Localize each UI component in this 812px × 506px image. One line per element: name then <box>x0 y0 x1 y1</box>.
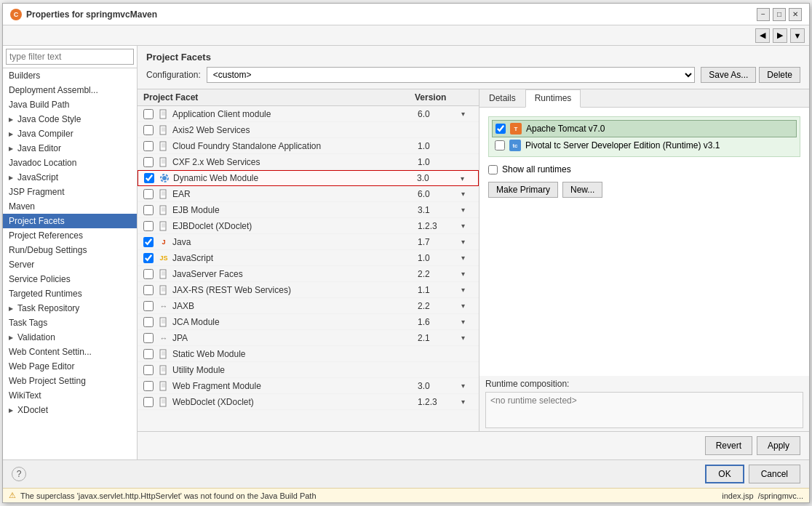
sidebar-item-service-policies[interactable]: Service Policies <box>3 272 137 286</box>
sidebar-item-java-compiler[interactable]: Java Compiler <box>3 126 137 141</box>
sidebar-item-java-editor[interactable]: Java Editor <box>3 141 137 156</box>
facet-icon-cxf <box>158 156 170 168</box>
maximize-button[interactable]: □ <box>773 8 786 21</box>
facet-icon-jax-rs <box>158 284 170 296</box>
facet-row-static-web: Static Web Module <box>138 346 479 362</box>
facet-dropdown-webdoclet[interactable]: ▾ <box>461 398 473 406</box>
minimize-button[interactable]: − <box>757 8 770 21</box>
facet-checkbox-ejbdoclet[interactable] <box>143 221 154 231</box>
sidebar-item-xdoclet[interactable]: XDoclet <box>3 403 137 417</box>
facet-checkbox-utility[interactable] <box>143 365 154 375</box>
sidebar-item-run-debug-settings[interactable]: Run/Debug Settings <box>3 243 137 257</box>
facet-row-web-fragment: Web Fragment Module3.0▾ <box>138 378 479 394</box>
facet-row-webdoclet: WebDoclet (XDoclet)1.2.3▾ <box>138 394 479 410</box>
make-primary-button[interactable]: Make Primary <box>488 182 558 198</box>
back-button[interactable]: ◀ <box>755 28 770 43</box>
facet-dropdown-app-client[interactable]: ▾ <box>461 110 473 118</box>
sidebar-item-maven[interactable]: Maven <box>3 199 137 214</box>
facet-checkbox-static-web[interactable] <box>143 349 154 359</box>
facet-checkbox-dynamic-web[interactable] <box>144 173 154 183</box>
delete-button[interactable]: Delete <box>759 67 800 83</box>
facet-dropdown-web-fragment[interactable]: ▾ <box>461 382 473 390</box>
filter-input[interactable] <box>6 49 134 65</box>
facet-checkbox-jax-rs[interactable] <box>143 285 154 295</box>
facet-dropdown-jaxb[interactable]: ▾ <box>461 302 473 310</box>
facets-panel: Project Facet Version Application Client… <box>138 89 479 431</box>
facet-checkbox-webdoclet[interactable] <box>143 397 154 407</box>
sidebar-item-java-build-path[interactable]: Java Build Path <box>3 97 137 112</box>
facet-checkbox-cxf[interactable] <box>143 157 154 167</box>
sidebar-item-validation[interactable]: Validation <box>3 330 137 345</box>
facet-dropdown-ejb[interactable]: ▾ <box>461 206 473 214</box>
facet-dropdown-jpa[interactable]: ▾ <box>461 334 473 342</box>
facet-dropdown-java[interactable]: ▾ <box>461 238 473 246</box>
sidebar-item-javadoc-location[interactable]: Javadoc Location <box>3 156 137 170</box>
facets-header: Project Facet Version <box>138 89 479 106</box>
facet-dropdown-ejbdoclet[interactable]: ▾ <box>461 222 473 230</box>
help-button[interactable]: ? <box>12 467 26 481</box>
svg-rect-42 <box>160 350 166 358</box>
sidebar-item-task-repository[interactable]: Task Repository <box>3 301 137 316</box>
facet-checkbox-ear[interactable] <box>143 189 154 199</box>
sidebar-item-task-tags[interactable]: Task Tags <box>3 316 137 330</box>
bottom-bar: Revert Apply <box>138 431 809 459</box>
config-select[interactable]: <custom> <box>207 67 696 83</box>
sidebar-item-web-project-setting[interactable]: Web Project Setting <box>3 374 137 388</box>
facet-checkbox-jsf[interactable] <box>143 269 154 279</box>
sidebar-item-web-page-editor[interactable]: Web Page Editor <box>3 359 137 374</box>
runtime-checkbox-tc-server[interactable] <box>495 140 505 150</box>
sidebar-item-jsp-fragment[interactable]: JSP Fragment <box>3 185 137 199</box>
facet-version-cxf: 1.0 <box>418 157 461 167</box>
facet-checkbox-jpa[interactable] <box>143 333 154 343</box>
facet-name-jsf: JavaServer Faces <box>172 269 418 279</box>
sidebar-item-java-code-style[interactable]: Java Code Style <box>3 112 137 126</box>
facet-checkbox-javascript[interactable] <box>143 253 154 263</box>
sidebar-item-project-facets[interactable]: Project Facets <box>3 214 137 228</box>
facet-name-jaxb: JAXB <box>172 301 418 311</box>
runtime-checkbox-tomcat[interactable] <box>495 124 506 134</box>
apply-button[interactable]: Apply <box>757 436 800 455</box>
facet-name-ejbdoclet: EJBDoclet (XDoclet) <box>172 221 418 231</box>
facet-version-cloud-foundry: 1.0 <box>418 141 461 151</box>
revert-button[interactable]: Revert <box>705 436 752 455</box>
ok-button[interactable]: OK <box>705 465 744 483</box>
sidebar-item-targeted-runtimes[interactable]: Targeted Runtimes <box>3 286 137 301</box>
facet-icon-axis2 <box>158 124 170 136</box>
sidebar-item-project-references[interactable]: Project References <box>3 228 137 243</box>
tab-details[interactable]: Details <box>479 89 525 107</box>
facet-checkbox-ejb[interactable] <box>143 205 154 215</box>
facet-checkbox-jca[interactable] <box>143 317 154 327</box>
sidebar-item-builders[interactable]: Builders <box>3 68 137 83</box>
new-runtime-button[interactable]: New... <box>562 182 602 198</box>
cancel-button[interactable]: Cancel <box>749 465 800 483</box>
sidebar-item-web-content-settings[interactable]: Web Content Settin... <box>3 345 137 359</box>
facet-checkbox-web-fragment[interactable] <box>143 381 154 391</box>
facet-dropdown-jsf[interactable]: ▾ <box>461 270 473 278</box>
facet-dropdown-ear[interactable]: ▾ <box>461 190 473 198</box>
facet-checkbox-app-client[interactable] <box>143 109 154 119</box>
facet-row-jaxb: ↔JAXB2.2▾ <box>138 298 479 314</box>
col-version-header: Version <box>415 92 473 103</box>
show-all-checkbox[interactable] <box>488 165 498 174</box>
facet-checkbox-jaxb[interactable] <box>143 301 154 311</box>
facet-checkbox-cloud-foundry[interactable] <box>143 141 154 151</box>
save-as-button[interactable]: Save As... <box>701 67 756 83</box>
svg-rect-18 <box>160 190 166 198</box>
facet-dropdown-dynamic-web[interactable]: ▾ <box>461 174 472 182</box>
facet-dropdown-jca[interactable]: ▾ <box>461 318 473 326</box>
sidebar-item-wikitext[interactable]: WikiText <box>3 388 137 403</box>
menu-button[interactable]: ▼ <box>790 28 805 43</box>
sidebar-item-javascript[interactable]: JavaScript <box>3 170 137 185</box>
facet-row-ejbdoclet: EJBDoclet (XDoclet)1.2.3▾ <box>138 218 479 234</box>
facet-checkbox-axis2[interactable] <box>143 125 154 135</box>
tab-runtimes[interactable]: Runtimes <box>525 89 581 108</box>
facet-dropdown-jax-rs[interactable]: ▾ <box>461 286 473 294</box>
facet-dropdown-javascript[interactable]: ▾ <box>461 254 473 262</box>
sidebar-item-server[interactable]: Server <box>3 257 137 272</box>
sidebar-item-deployment-assembly[interactable]: Deployment Assembl... <box>3 83 137 97</box>
facet-version-ejbdoclet: 1.2.3 <box>418 221 461 231</box>
panel-title: Project Facets <box>146 52 800 63</box>
forward-button[interactable]: ▶ <box>773 28 787 43</box>
facet-checkbox-java[interactable] <box>143 237 154 247</box>
close-button[interactable]: ✕ <box>789 8 802 21</box>
